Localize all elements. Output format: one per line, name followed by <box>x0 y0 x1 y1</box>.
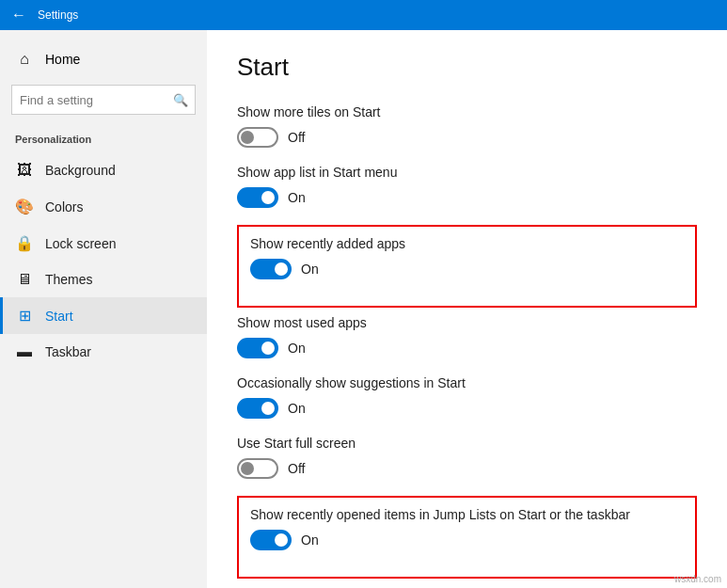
setting-show-recently-added-row: On <box>250 259 684 279</box>
setting-show-most-used: Show most used apps On <box>237 315 697 358</box>
taskbar-icon: ▬ <box>15 343 34 360</box>
sidebar-item-taskbar-label: Taskbar <box>45 344 91 359</box>
setting-show-most-used-label: Show most used apps <box>237 315 697 330</box>
setting-show-more-tiles-row: Off <box>237 127 697 148</box>
toggle-show-more-tiles[interactable] <box>237 127 278 148</box>
setting-show-recently-opened-label: Show recently opened items in Jump Lists… <box>250 507 684 522</box>
setting-show-more-tiles: Show more tiles on Start Off <box>237 104 697 148</box>
setting-full-screen-row: Off <box>237 458 697 479</box>
setting-show-recently-opened: Show recently opened items in Jump Lists… <box>250 507 684 550</box>
setting-full-screen: Use Start full screen Off <box>237 436 697 479</box>
setting-full-screen-label: Use Start full screen <box>237 436 697 451</box>
sidebar-item-colors-label: Colors <box>45 199 83 215</box>
toggle-thumb <box>261 402 275 415</box>
sidebar-item-background-label: Background <box>45 163 116 178</box>
toggle-full-screen-state: Off <box>288 461 305 476</box>
home-label: Home <box>45 52 80 67</box>
toggle-thumb <box>261 342 275 355</box>
toggle-full-screen[interactable] <box>237 458 278 479</box>
sidebar-item-home[interactable]: ⌂ Home <box>0 41 207 77</box>
toggle-show-recently-added-state: On <box>301 262 319 277</box>
setting-show-app-list: Show app list in Start menu On <box>237 165 697 208</box>
search-input[interactable] <box>11 85 196 115</box>
sidebar-item-lock-screen[interactable]: 🔒 Lock screen <box>0 225 207 262</box>
setting-show-most-used-row: On <box>237 338 697 358</box>
setting-show-suggestions: Occasionally show suggestions in Start O… <box>237 375 697 419</box>
toggle-show-most-used-state: On <box>288 341 306 356</box>
setting-show-more-tiles-label: Show more tiles on Start <box>237 104 697 119</box>
setting-show-recently-added-label: Show recently added apps <box>250 236 684 251</box>
toggle-track[interactable] <box>237 458 278 479</box>
highlighted-box-recently-opened: Show recently opened items in Jump Lists… <box>237 496 697 579</box>
setting-show-app-list-label: Show app list in Start menu <box>237 165 697 180</box>
search-icon: 🔍 <box>173 93 188 107</box>
section-label: Personalization <box>0 130 207 152</box>
toggle-show-more-tiles-state: Off <box>288 130 305 145</box>
lock-screen-icon: 🔒 <box>15 234 34 252</box>
setting-show-suggestions-label: Occasionally show suggestions in Start <box>237 375 697 390</box>
sidebar-item-themes[interactable]: 🖥 Themes <box>0 262 207 297</box>
page-title: Start <box>237 53 697 82</box>
sidebar-item-background[interactable]: 🖼 Background <box>0 152 207 188</box>
search-box: 🔍 <box>11 85 196 115</box>
sidebar-item-start-label: Start <box>45 309 73 324</box>
toggle-thumb <box>275 262 288 276</box>
toggle-show-app-list[interactable] <box>237 187 278 208</box>
toggle-thumb <box>275 533 288 547</box>
setting-show-app-list-row: On <box>237 187 697 208</box>
toggle-show-most-used[interactable] <box>237 338 278 358</box>
back-button[interactable]: ← <box>8 4 30 26</box>
content-area: Start Show more tiles on Start Off Show … <box>207 30 727 588</box>
start-icon: ⊞ <box>15 307 34 325</box>
toggle-thumb <box>241 131 254 144</box>
home-icon: ⌂ <box>15 51 34 68</box>
toggle-show-suggestions[interactable] <box>237 398 278 419</box>
sidebar-item-start[interactable]: ⊞ Start <box>0 297 207 334</box>
toggle-track[interactable] <box>237 398 278 419</box>
toggle-track[interactable] <box>237 187 278 208</box>
toggle-show-recently-added[interactable] <box>250 259 292 279</box>
themes-icon: 🖥 <box>15 271 34 288</box>
toggle-track[interactable] <box>237 338 278 358</box>
toggle-show-recently-opened[interactable] <box>250 530 292 550</box>
sidebar-item-taskbar[interactable]: ▬ Taskbar <box>0 334 207 370</box>
sidebar-item-colors[interactable]: 🎨 Colors <box>0 188 207 225</box>
toggle-thumb <box>261 191 275 204</box>
toggle-show-suggestions-state: On <box>288 401 306 416</box>
setting-show-recently-opened-row: On <box>250 530 684 550</box>
watermark: wsxdn.com <box>674 574 721 584</box>
title-bar-title: Settings <box>38 8 78 22</box>
toggle-thumb <box>241 462 254 475</box>
sidebar-item-themes-label: Themes <box>45 272 93 287</box>
main-layout: ⌂ Home 🔍 Personalization 🖼 Background 🎨 … <box>0 30 727 588</box>
toggle-show-recently-opened-state: On <box>301 532 319 548</box>
toggle-track[interactable] <box>237 127 278 148</box>
highlighted-box-recently-added: Show recently added apps On <box>237 225 697 308</box>
toggle-track[interactable] <box>250 530 292 550</box>
sidebar: ⌂ Home 🔍 Personalization 🖼 Background 🎨 … <box>0 30 207 588</box>
setting-show-recently-added: Show recently added apps On <box>250 236 684 279</box>
sidebar-item-lock-screen-label: Lock screen <box>45 236 116 251</box>
toggle-track[interactable] <box>250 259 292 279</box>
colors-icon: 🎨 <box>15 198 34 215</box>
background-icon: 🖼 <box>15 162 34 179</box>
setting-show-suggestions-row: On <box>237 398 697 419</box>
toggle-show-app-list-state: On <box>288 190 306 205</box>
title-bar: ← Settings <box>0 0 727 30</box>
